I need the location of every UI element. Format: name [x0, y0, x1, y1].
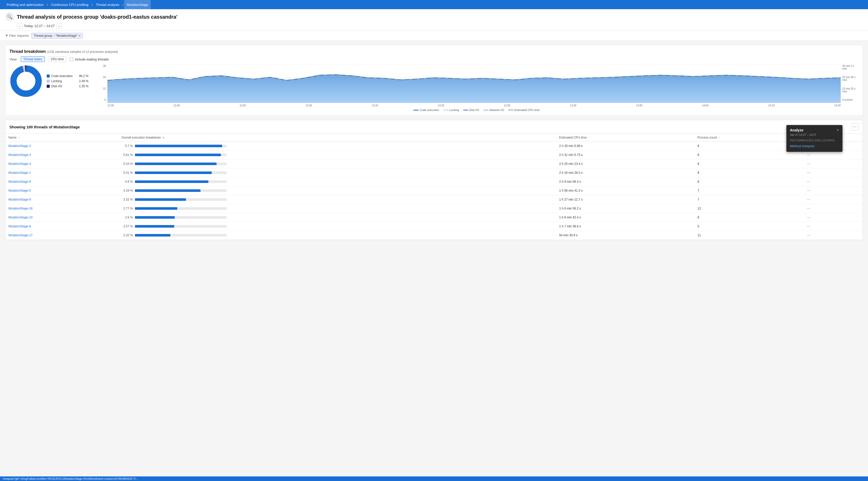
bar-fill-7 — [135, 207, 177, 210]
table-header-row: Name ↑ Overall execution breakdown ▾ Est… — [5, 134, 863, 142]
bar-pct-7: 2.77 % — [121, 207, 133, 210]
actions-button-1[interactable]: ··· — [806, 152, 812, 158]
include-waiting-checkbox[interactable] — [70, 57, 73, 61]
col-header-name[interactable]: Name ↑ — [5, 134, 118, 142]
filter-label: Filter requests: — [5, 34, 29, 37]
cell-name-9: MutationStage-8 — [5, 222, 118, 231]
bar-fill-9 — [135, 225, 174, 228]
bar-fill-8 — [135, 216, 175, 219]
thread-breakdown-title: Thread breakdown — [9, 49, 45, 54]
bar-fill-4 — [135, 180, 208, 183]
col-header-cputime[interactable]: Estimated CPU time ↑ — [556, 134, 694, 142]
thread-name-link-1[interactable]: MutationStage-3 — [8, 153, 31, 157]
thread-name-link-10[interactable]: MutationStage-17 — [8, 234, 33, 237]
thread-name-link-9[interactable]: MutationStage-8 — [8, 224, 31, 228]
table-row: MutationStage-6 4.8 % 2 h 9 min 58.3 s 8… — [5, 177, 863, 186]
cell-actions-10: ··· — [802, 231, 863, 240]
time-prev-button[interactable]: ‹ — [17, 23, 23, 29]
view-label: View: — [9, 57, 18, 61]
actions-button-6[interactable]: ··· — [806, 197, 812, 202]
breadcrumb-item-thread-analysis[interactable]: Thread analysis — [93, 0, 122, 9]
time-range-label: Today, 12:27 – 14:27 — [24, 24, 55, 28]
thread-name-link-8[interactable]: MutationStage-10 — [8, 216, 33, 219]
analyze-method-hotspots-link[interactable]: Method hotspots — [790, 143, 839, 149]
main-content: Thread breakdown (123k stacktrace sample… — [0, 41, 868, 244]
cell-actions-3: ··· — [802, 169, 863, 177]
analyze-popup-date: Jan 27 12:27 – 14:27 — [790, 133, 839, 136]
filter-tag-close[interactable]: × — [79, 34, 81, 38]
threads-more-button[interactable]: ··· — [851, 123, 859, 130]
legend-color-2 — [47, 85, 50, 88]
bar-pct-3: 5.01 % — [121, 171, 133, 175]
breadcrumb-item-cpu-profiling[interactable]: Continuous CPU profiling — [49, 0, 91, 9]
cell-processcount-1: 8 — [694, 151, 802, 159]
ts-chart-wrapper: 36 24 12 0 40 min 0 s /min 26 min 40 s /… — [95, 65, 859, 108]
cell-processcount-7: 12 — [694, 204, 802, 213]
thread-name-link-2[interactable]: MutationStage-4 — [8, 162, 31, 166]
legend-value-1: 2.49 % — [76, 79, 89, 83]
actions-button-2[interactable]: ··· — [806, 161, 812, 167]
bar-pct-5: 4.29 % — [121, 189, 133, 192]
timeseries-chart-area: 36 24 12 0 40 min 0 s /min 26 min 40 s /… — [95, 65, 859, 112]
chart-legend-color-diskio — [463, 110, 468, 111]
sort-icon-processcount: ↑ — [719, 136, 720, 139]
page-icon: 🔍 — [5, 12, 14, 22]
bar-pct-2: 5.34 % — [121, 162, 133, 166]
actions-button-7[interactable]: ··· — [806, 206, 812, 211]
cell-breakdown-2: 5.34 % — [118, 159, 556, 169]
legend-item-1: Locking 2.49 % — [47, 79, 89, 83]
include-waiting-label[interactable]: Include waiting threads — [70, 57, 108, 61]
thread-breakdown-title-row: Thread breakdown (123k stacktrace sample… — [9, 49, 859, 54]
chart-legend-cputime: Estimated CPU time — [508, 109, 540, 112]
analyze-popup-section-label: Recommended drilldowns — [790, 139, 839, 142]
bar-track-2 — [135, 162, 227, 165]
view-thread-states-button[interactable]: Thread states — [21, 56, 45, 62]
bar-fill-6 — [135, 198, 186, 201]
cell-name-7: MutationStage-16 — [5, 204, 118, 213]
cell-cputime-4: 2 h 9 min 58.3 s — [556, 177, 694, 186]
thread-name-link-4[interactable]: MutationStage-6 — [8, 180, 31, 183]
legend-label-0: Code execution — [51, 74, 74, 78]
cell-actions-8: ··· — [802, 213, 863, 222]
page-title: Thread analysis of process group 'doaks-… — [17, 14, 178, 20]
actions-button-10[interactable]: ··· — [806, 233, 812, 238]
cell-processcount-10: 11 — [694, 231, 802, 240]
thread-name-link-7[interactable]: MutationStage-16 — [8, 207, 33, 210]
analyze-popup: Analyze × Jan 27 12:27 – 14:27 Recommend… — [786, 125, 842, 152]
analyze-popup-close-button[interactable]: × — [837, 128, 839, 132]
cell-breakdown-5: 4.29 % — [118, 186, 556, 195]
actions-button-5[interactable]: ··· — [806, 188, 812, 193]
cell-breakdown-3: 5.01 % — [118, 169, 556, 177]
chart-legend-label-networkio: Network I/O — [490, 109, 504, 112]
table-row: MutationStage-16 2.77 % 1 h 6 min 56.2 s… — [5, 204, 863, 213]
actions-button-9[interactable]: ··· — [806, 223, 812, 229]
table-row: MutationStage-5 4.29 % 1 h 56 min 41.3 s… — [5, 186, 863, 195]
cell-actions-9: ··· — [802, 222, 863, 231]
actions-button-3[interactable]: ··· — [806, 170, 812, 176]
cell-name-0: MutationStage-2 — [5, 142, 118, 151]
thread-name-link-0[interactable]: MutationStage-2 — [8, 144, 31, 148]
bar-track-5 — [135, 189, 227, 192]
cell-name-6: MutationStage-9 — [5, 195, 118, 204]
time-next-button[interactable]: › — [56, 23, 62, 29]
bar-track-9 — [135, 225, 227, 228]
thread-name-link-6[interactable]: MutationStage-9 — [8, 198, 31, 201]
table-row: MutationStage-1 5.01 % 2 h 16 min 28.3 s… — [5, 169, 863, 177]
table-row: MutationStage-8 2.57 % 1 h 7 min 38.6 s … — [5, 222, 863, 231]
actions-button-4[interactable]: ··· — [806, 179, 812, 184]
cell-processcount-5: 7 — [694, 186, 802, 195]
thread-name-link-3[interactable]: MutationStage-1 — [8, 171, 31, 175]
cell-name-2: MutationStage-4 — [5, 159, 118, 169]
table-row: MutationStage-3 5.61 % 2 h 31 min 5.73 s… — [5, 151, 863, 159]
table-row: MutationStage-2 5.7 % 2 h 33 min 5.99 s … — [5, 142, 863, 151]
analyze-popup-header: Analyze × — [790, 128, 839, 132]
cell-actions-7: ··· — [802, 204, 863, 213]
threads-table-title: Showing 100 threads of MutationStage — [9, 125, 80, 129]
col-header-breakdown[interactable]: Overall execution breakdown ▾ — [118, 134, 556, 142]
view-cpu-time-button[interactable]: CPU time — [48, 56, 67, 62]
breadcrumb-sep-3: › — [122, 2, 124, 7]
breadcrumb-item-mutation[interactable]: MutationStage — [124, 0, 151, 9]
thread-name-link-5[interactable]: MutationStage-5 — [8, 189, 31, 192]
actions-button-8[interactable]: ··· — [806, 215, 812, 220]
breadcrumb-item-profiling[interactable]: Profiling and optimization — [4, 0, 46, 9]
